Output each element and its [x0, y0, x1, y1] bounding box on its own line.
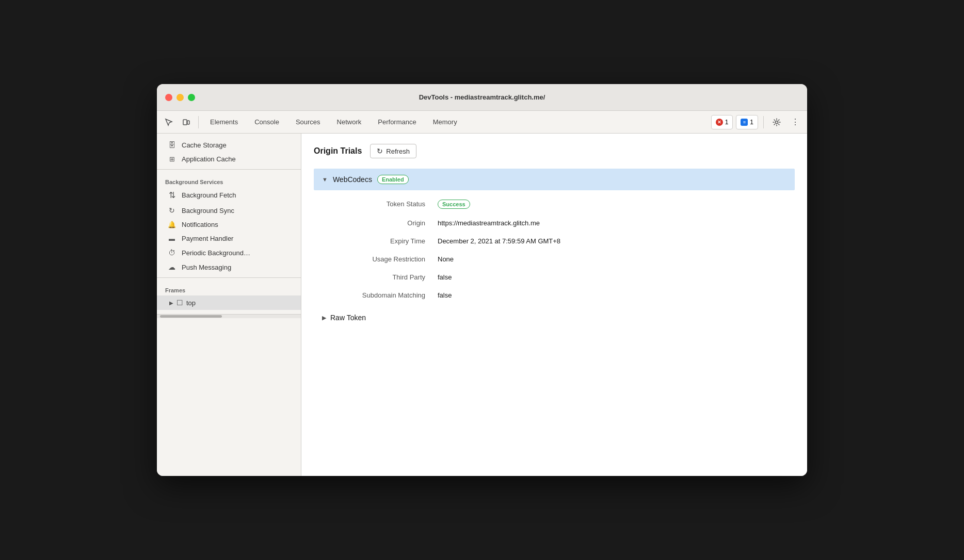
- origin-value: https://mediastreamtrack.glitch.me: [438, 219, 540, 227]
- detail-row-third-party: Third Party false: [334, 268, 795, 286]
- enabled-badge: Enabled: [377, 175, 409, 184]
- trial-collapse-icon: ▼: [322, 176, 328, 183]
- refresh-label: Refresh: [386, 147, 410, 155]
- background-fetch-icon: ⇅: [167, 190, 176, 200]
- sidebar-item-cache-storage[interactable]: 🗄 Cache Storage: [157, 138, 301, 152]
- sidebar-item-notifications[interactable]: 🔔 Notifications: [157, 218, 301, 232]
- close-button[interactable]: [165, 94, 172, 101]
- origin-label: Origin: [334, 219, 438, 227]
- error-icon: ✕: [716, 119, 723, 126]
- background-services-section: Background Services: [157, 173, 301, 187]
- sidebar-item-application-cache[interactable]: ⊞ Application Cache: [157, 152, 301, 166]
- sidebar-item-label: Notifications: [182, 221, 218, 228]
- toolbar-divider-2: [763, 116, 764, 128]
- token-status-value: Success: [438, 200, 470, 209]
- toolbar-right: ✕ 1 ≡ 1 ⋮: [711, 114, 803, 130]
- sidebar-item-payment-handler[interactable]: ▬ Payment Handler: [157, 232, 301, 245]
- background-sync-icon: ↻: [167, 206, 176, 215]
- svg-rect-1: [187, 121, 189, 124]
- svg-point-2: [776, 121, 778, 123]
- traffic-lights: [165, 94, 195, 101]
- sidebar-scroll: 🗄 Cache Storage ⊞ Application Cache Back…: [157, 134, 301, 314]
- toolbar: Elements Console Sources Network Perform…: [157, 111, 807, 134]
- raw-token-row[interactable]: ▶ Raw Token: [314, 308, 795, 327]
- detail-table: Token Status Success Origin https://medi…: [314, 190, 795, 308]
- periodic-background-icon: ⏱: [167, 249, 176, 257]
- subdomain-label: Subdomain Matching: [334, 291, 438, 299]
- application-cache-icon: ⊞: [167, 155, 176, 163]
- sidebar-item-label: Periodic Background…: [182, 249, 250, 257]
- panel: Origin Trials ↻ Refresh ▼ WebCodecs Enab…: [301, 134, 807, 476]
- sidebar-item-label: Application Cache: [182, 155, 236, 163]
- maximize-button[interactable]: [188, 94, 195, 101]
- subdomain-value: false: [438, 291, 452, 299]
- info-badge-button[interactable]: ≡ 1: [736, 115, 758, 129]
- raw-token-label: Raw Token: [330, 314, 366, 322]
- refresh-icon: ↻: [377, 147, 383, 155]
- detail-row-expiry: Expiry Time December 2, 2021 at 7:59:59 …: [334, 232, 795, 250]
- sidebar: 🗄 Cache Storage ⊞ Application Cache Back…: [157, 134, 301, 476]
- toolbar-divider-1: [198, 116, 199, 128]
- sidebar-item-background-fetch[interactable]: ⇅ Background Fetch: [157, 187, 301, 203]
- trial-row-webcodecs[interactable]: ▼ WebCodecs Enabled: [314, 169, 795, 190]
- info-count: 1: [750, 119, 753, 126]
- usage-restriction-label: Usage Restriction: [334, 255, 438, 263]
- sidebar-scroll-thumb: [160, 315, 222, 318]
- error-count: 1: [725, 119, 729, 126]
- info-icon: ≡: [741, 119, 748, 126]
- sidebar-item-periodic-background[interactable]: ⏱ Periodic Background…: [157, 245, 301, 260]
- frame-label: top: [186, 299, 196, 307]
- error-badge-button[interactable]: ✕ 1: [711, 115, 733, 129]
- sidebar-divider-2: [157, 277, 301, 278]
- tab-memory[interactable]: Memory: [426, 115, 464, 129]
- triangle-icon: ▶: [169, 300, 173, 306]
- tab-elements[interactable]: Elements: [203, 115, 245, 129]
- sidebar-item-label: Payment Handler: [182, 235, 233, 242]
- settings-button[interactable]: [769, 114, 784, 130]
- sidebar-scrollbar[interactable]: [157, 314, 301, 318]
- sidebar-item-push-messaging[interactable]: ☁ Push Messaging: [157, 260, 301, 274]
- device-toolbar-button[interactable]: [179, 114, 194, 130]
- inspect-element-button[interactable]: [161, 114, 176, 130]
- frames-section: Frames: [157, 281, 301, 295]
- tab-network[interactable]: Network: [330, 115, 369, 129]
- svg-rect-0: [183, 120, 187, 125]
- third-party-label: Third Party: [334, 273, 438, 281]
- tab-sources[interactable]: Sources: [288, 115, 328, 129]
- push-messaging-icon: ☁: [167, 263, 176, 271]
- panel-header: Origin Trials ↻ Refresh: [314, 144, 795, 158]
- payment-handler-icon: ▬: [167, 235, 176, 242]
- detail-row-token-status: Token Status Success: [334, 194, 795, 214]
- panel-title: Origin Trials: [314, 146, 362, 156]
- detail-row-origin: Origin https://mediastreamtrack.glitch.m…: [334, 214, 795, 232]
- refresh-button[interactable]: ↻ Refresh: [370, 144, 416, 158]
- third-party-value: false: [438, 273, 452, 281]
- title-bar: DevTools - mediastreamtrack.glitch.me/: [157, 84, 807, 111]
- detail-row-usage-restriction: Usage Restriction None: [334, 250, 795, 268]
- expiry-label: Expiry Time: [334, 237, 438, 245]
- window-title: DevTools - mediastreamtrack.glitch.me/: [419, 93, 545, 101]
- cache-storage-icon: 🗄: [167, 141, 176, 149]
- frame-folder-icon: ☐: [176, 299, 183, 307]
- devtools-window: DevTools - mediastreamtrack.glitch.me/ E…: [157, 84, 807, 476]
- minimize-button[interactable]: [176, 94, 184, 101]
- sidebar-item-top-frame[interactable]: ▶ ☐ top: [157, 295, 301, 310]
- sidebar-item-label: Push Messaging: [182, 263, 231, 271]
- trial-name: WebCodecs: [333, 175, 372, 184]
- sidebar-item-label: Background Fetch: [182, 191, 236, 199]
- sidebar-item-label: Background Sync: [182, 207, 234, 215]
- main-content: 🗄 Cache Storage ⊞ Application Cache Back…: [157, 134, 807, 476]
- sidebar-item-background-sync[interactable]: ↻ Background Sync: [157, 203, 301, 218]
- sidebar-item-label: Cache Storage: [182, 141, 227, 149]
- more-options-button[interactable]: ⋮: [788, 114, 803, 130]
- token-status-label: Token Status: [334, 200, 438, 208]
- expiry-value: December 2, 2021 at 7:59:59 AM GMT+8: [438, 237, 560, 245]
- tab-performance[interactable]: Performance: [371, 115, 423, 129]
- tab-console[interactable]: Console: [247, 115, 286, 129]
- sidebar-divider-1: [157, 169, 301, 170]
- usage-restriction-value: None: [438, 255, 454, 263]
- detail-row-subdomain: Subdomain Matching false: [334, 286, 795, 304]
- notifications-icon: 🔔: [167, 221, 176, 228]
- raw-token-expand-icon: ▶: [322, 315, 326, 321]
